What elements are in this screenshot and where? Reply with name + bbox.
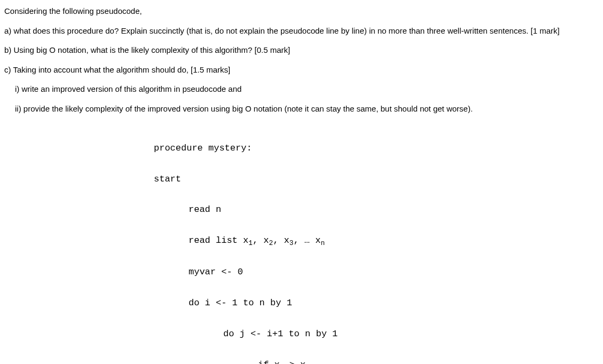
question-c-ii: ii) provide the likely complexity of the… <box>4 103 599 115</box>
question-c-i: i) write an improved version of this alg… <box>4 83 599 96</box>
subscript: n <box>320 240 325 248</box>
subscript: 2 <box>269 240 273 248</box>
question-b: b) Using big O notation, what is the lik… <box>4 44 599 57</box>
code-text: , x <box>253 235 269 246</box>
code-text: > x <box>284 360 306 364</box>
code-line: myvar <- 0 <box>154 265 599 280</box>
code-line: if xi > xj <box>154 358 599 364</box>
code-text: if x <box>258 360 280 364</box>
code-text: , x <box>273 235 289 246</box>
code-text: read list x <box>189 235 248 246</box>
intro-text: Considering the following pseudocode, <box>4 5 599 18</box>
code-line: read n <box>154 202 599 218</box>
question-a: a) what does this procedure do? Explain … <box>4 25 599 37</box>
code-line: procedure mystery: <box>154 141 599 156</box>
code-line: do j <- i+1 to n by 1 <box>154 327 599 342</box>
pseudocode-block: procedure mystery: start read n read lis… <box>154 125 599 364</box>
question-c: c) Taking into account what the algorith… <box>4 64 599 76</box>
code-text: , … x <box>293 235 320 246</box>
code-line: start <box>154 172 599 187</box>
subscript: 1 <box>248 240 253 248</box>
code-line: do i <- 1 to n by 1 <box>154 296 599 311</box>
code-line: read list x1, x2, x3, … xn <box>154 233 599 249</box>
